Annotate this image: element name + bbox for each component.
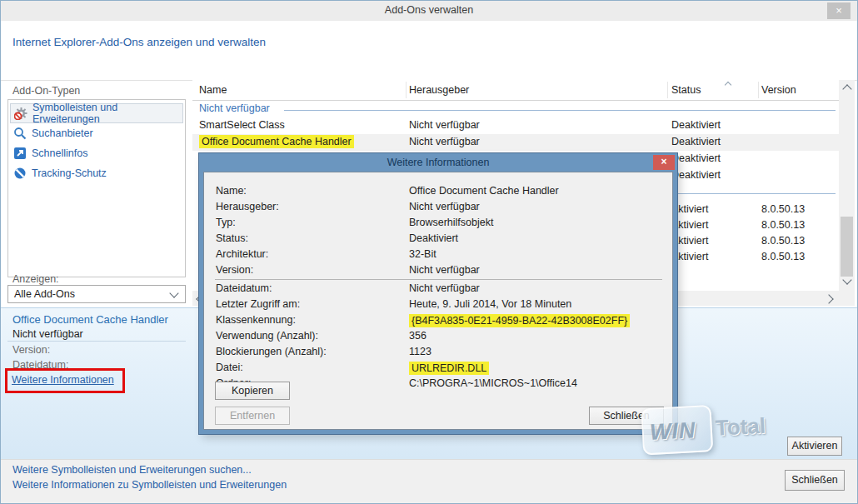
field-label: Dateidatum: xyxy=(216,282,272,294)
detail-separator xyxy=(7,341,186,342)
field-value: Nicht verfügbar xyxy=(409,282,480,294)
group-label: Nicht verfügbar xyxy=(199,102,270,114)
column-separator xyxy=(667,82,668,98)
close-icon: × xyxy=(836,4,842,17)
learn-more-toolbars-link[interactable]: Weitere Informationen zu Symbolleisten u… xyxy=(12,479,287,491)
dialog-close-action-button[interactable]: Schließen xyxy=(589,407,664,425)
search-provider-icon xyxy=(13,127,27,140)
column-header-name[interactable]: Name xyxy=(199,84,227,96)
more-information-dialog: Weitere Informationen × Name:Office Docu… xyxy=(199,153,677,434)
sidebar-item-search-providers[interactable]: Suchanbieter xyxy=(10,123,183,143)
field-label: Letzter Zugriff am: xyxy=(216,298,300,310)
field-label: Name: xyxy=(216,185,247,197)
scroll-right-icon[interactable] xyxy=(824,294,833,303)
table-row[interactable]: SmartSelect Class Nicht verfügbar Deakti… xyxy=(192,117,839,134)
scroll-down-icon[interactable] xyxy=(842,275,851,284)
field-value: Office Document Cache Handler xyxy=(409,185,559,197)
field-value: Nicht verfügbar xyxy=(409,264,480,276)
toolbars-extensions-icon xyxy=(14,107,27,120)
addon-types-heading: Add-On-Typen xyxy=(12,85,80,97)
window-close-button[interactable]: × xyxy=(827,2,851,19)
footer-bar: Weitere Symbolleisten und Erweiterungen … xyxy=(1,459,857,503)
file-name-highlighted: URLREDIR.DLL xyxy=(409,362,489,375)
field-label: Status: xyxy=(216,232,248,244)
addon-types-listbox: Symbolleisten und Erweiterungen Suchanbi… xyxy=(7,99,186,277)
field-label: Herausgeber: xyxy=(216,201,279,212)
field-label: Verwendung (Anzahl): xyxy=(216,330,318,342)
detail-addon-name: Office Document Cache Handler xyxy=(12,313,168,326)
field-value: 32-Bit xyxy=(409,248,436,260)
field-label: Blockierungen (Anzahl): xyxy=(216,346,327,357)
find-more-toolbars-link[interactable]: Weitere Symbolleisten und Erweiterungen … xyxy=(12,464,252,476)
sidebar-item-label: Schnellinfos xyxy=(32,147,87,159)
column-header-publisher[interactable]: Herausgeber xyxy=(409,84,469,96)
sidebar-item-accelerators[interactable]: Schnellinfos xyxy=(10,143,183,163)
sidebar-item-label: Tracking-Schutz xyxy=(32,167,107,179)
field-label: Typ: xyxy=(216,217,236,228)
header-band: Internet Explorer-Add-Ons anzeigen und v… xyxy=(1,21,857,80)
class-id-highlighted: {B4F3A835-0E21-4959-BA22-42B3008E02FF} xyxy=(409,314,630,327)
column-header-version[interactable]: Version xyxy=(761,84,796,96)
window-title: Add-Ons verwalten xyxy=(1,4,857,16)
detail-publisher: Nicht verfügbar xyxy=(12,328,83,340)
group-header-not-available: Nicht verfügbar xyxy=(192,101,839,117)
field-value: Nicht verfügbar xyxy=(409,201,480,212)
addon-filter-value: Alle Add-Ons xyxy=(14,288,75,300)
detail-version-label: Version: xyxy=(12,344,50,356)
field-value: Browserhilfsobjekt xyxy=(409,217,493,228)
field-label: Klassenkennung: xyxy=(216,314,296,326)
field-value: C:\PROGRA~1\MICROS~1\Office14 xyxy=(409,377,577,389)
dialog-separator xyxy=(215,279,662,280)
sidebar-item-tracking-protection[interactable]: Tracking-Schutz xyxy=(10,163,183,183)
dialog-close-button[interactable]: × xyxy=(653,155,675,170)
field-label: Architektur: xyxy=(216,248,268,260)
accelerator-icon xyxy=(13,147,27,160)
remove-button[interactable]: Entfernen xyxy=(215,407,290,425)
window-titlebar: Add-Ons verwalten × xyxy=(1,1,857,21)
manage-addons-window: Add-Ons verwalten × Internet Explorer-Ad… xyxy=(0,0,858,504)
field-value: 356 xyxy=(409,330,427,342)
sidebar-item-label: Suchanbieter xyxy=(32,127,93,139)
vertical-scrollbar[interactable] xyxy=(839,80,855,291)
highlighted-name: Office Document Cache Handler xyxy=(199,135,354,148)
field-label: Datei: xyxy=(216,362,243,373)
group-line xyxy=(284,110,836,111)
field-value: Deaktiviert xyxy=(409,232,458,244)
field-label: Version: xyxy=(216,264,253,276)
page-subtitle: Internet Explorer-Add-Ons anzeigen und v… xyxy=(12,36,266,48)
column-header-status[interactable]: Status xyxy=(671,84,701,96)
table-row-selected[interactable]: Office Document Cache Handler Nicht verf… xyxy=(192,134,839,151)
dialog-body: Name:Office Document Cache Handler Herau… xyxy=(203,172,673,430)
sort-ascending-icon xyxy=(725,82,731,88)
tracking-protection-icon xyxy=(13,167,27,180)
column-separator xyxy=(406,82,407,98)
scroll-up-icon[interactable] xyxy=(842,84,851,93)
chevron-down-icon xyxy=(169,288,178,297)
activate-button[interactable]: Aktivieren xyxy=(787,437,842,456)
field-value: 1123 xyxy=(409,346,431,357)
vertical-scrollbar-thumb[interactable] xyxy=(841,217,853,277)
scrollbar-corner xyxy=(839,291,855,306)
dialog-title: Weitere Informationen xyxy=(199,153,677,172)
close-window-button[interactable]: Schließen xyxy=(785,470,845,491)
show-label: Anzeigen: xyxy=(12,273,59,285)
annotation-red-box xyxy=(5,368,125,393)
sidebar-item-toolbars-extensions[interactable]: Symbolleisten und Erweiterungen xyxy=(10,103,183,123)
addon-filter-dropdown[interactable]: Alle Add-Ons xyxy=(7,285,186,303)
copy-button[interactable]: Kopieren xyxy=(215,382,290,400)
field-value: Heute, 9. Juli 2014, Vor 18 Minuten xyxy=(409,298,571,310)
sidebar-item-label: Symbolleisten und Erweiterungen xyxy=(32,102,182,125)
column-separator xyxy=(758,82,759,98)
close-icon: × xyxy=(661,156,666,167)
list-header: Name Herausgeber Status Version xyxy=(192,80,839,101)
